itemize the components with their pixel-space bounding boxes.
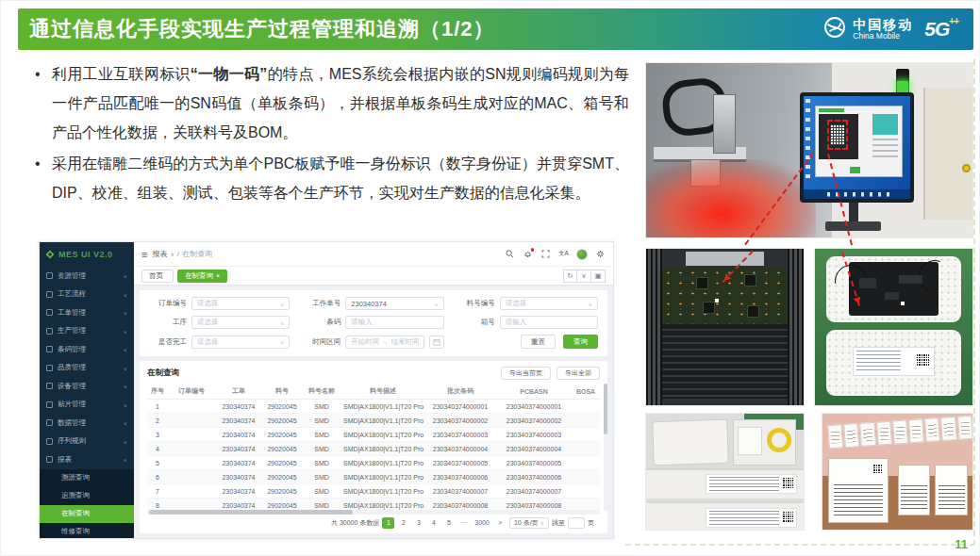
table-row[interactable]: 3230340374 29020045SMDSMD|AX1800|V1.1|T2… xyxy=(147,428,600,442)
table-row[interactable]: 2230340374 29020045SMDSMD|AX1800|V1.1|T2… xyxy=(147,414,600,428)
table-row[interactable]: 5230340374 29020045SMDSMD|AX1800|V1.1|T2… xyxy=(147,456,600,470)
page-button[interactable]: 3 xyxy=(412,517,424,529)
hamburger-icon[interactable]: ≡ xyxy=(141,249,147,260)
box-no-label: 箱号 xyxy=(457,318,495,327)
layout-icon[interactable]: ▣ xyxy=(591,270,606,283)
box-label xyxy=(706,474,797,494)
vertical-scrollbar-thumb[interactable] xyxy=(604,384,607,434)
chevron-down-icon: ∨ xyxy=(589,301,592,306)
jump-suffix: 页 xyxy=(588,518,594,528)
label-sheet xyxy=(898,465,931,515)
search-icon[interactable] xyxy=(505,249,515,259)
sidebar-menu-item[interactable]: 序列规则 ∨ xyxy=(40,433,134,451)
chevron-icon: ∨ xyxy=(124,401,127,407)
menu-item-icon xyxy=(46,438,53,445)
fullscreen-icon[interactable] xyxy=(540,249,551,259)
page-button[interactable]: 1 xyxy=(382,517,394,529)
sidebar-submenu-item[interactable]: 追溯查询 xyxy=(40,487,134,505)
sidebar-menu-item[interactable]: 报表 ∧ xyxy=(40,450,134,469)
reset-button[interactable]: 重置 xyxy=(521,335,556,349)
page-button[interactable]: 3000 xyxy=(473,517,491,529)
mes-logo: MES UI V2.0 xyxy=(40,242,134,267)
sidebar-menu-item[interactable]: 生产管理 ∨ xyxy=(40,322,134,341)
yellow-cable-coil xyxy=(767,428,791,452)
avatar[interactable] xyxy=(576,249,588,260)
chevron-icon: ∨ xyxy=(124,328,127,334)
tab[interactable]: 首页 xyxy=(141,270,174,283)
photo-carton-labels xyxy=(822,413,973,531)
translate-icon[interactable]: 文A xyxy=(558,249,569,259)
tab[interactable]: 在制查询 × xyxy=(177,270,227,283)
column-header: 批次条码 xyxy=(424,384,496,400)
work-order-label: 工作单号 xyxy=(303,299,341,308)
sidebar-menu-item[interactable]: 数据管理 ∨ xyxy=(40,414,134,433)
finished-select[interactable]: 请选择 ∨ xyxy=(191,335,290,349)
table-row[interactable]: 6230340374 29020045SMDSMD|AX1800|V1.1|T2… xyxy=(147,470,600,484)
export-all-button[interactable]: 导出全部 xyxy=(556,367,600,380)
table-card: 在制查询 导出当前页 导出全部 序号订单编号工单料号料号名称料号描述批次条码PC… xyxy=(140,361,607,533)
page-button[interactable]: 2 xyxy=(397,517,409,529)
sidebar-submenu-item[interactable]: 维修查询 xyxy=(40,523,134,539)
brand-area: 中国移动 China Mobile 5G++ xyxy=(822,15,973,43)
gear-icon[interactable] xyxy=(595,249,606,259)
table-row[interactable]: 1230340374 29020045SMDSMD|AX1800|V1.1|T2… xyxy=(147,400,600,414)
china-mobile-zh: 中国移动 xyxy=(853,18,913,32)
page-button[interactable]: ··· xyxy=(457,517,470,529)
query-button[interactable]: 查询 xyxy=(563,335,598,349)
box-label xyxy=(706,508,797,528)
mes-tabbar: 首页 在制查询 × ↻ ∨ ▣ xyxy=(134,266,613,286)
china-mobile-icon xyxy=(822,15,847,43)
column-header: 料号 xyxy=(262,384,302,400)
chevron-down-icon: ∨ xyxy=(170,251,174,257)
jump-page-input[interactable] xyxy=(568,517,585,529)
order-no-select[interactable]: 请选择 ∨ xyxy=(191,297,290,310)
photo-packaging-boxes xyxy=(645,413,805,531)
close-icon[interactable]: × xyxy=(216,270,220,282)
horizontal-scrollbar-thumb[interactable] xyxy=(149,510,353,515)
bell-icon[interactable] xyxy=(523,249,533,259)
chevron-icon: ∨ xyxy=(124,291,127,297)
box-no-input[interactable]: 请输入 xyxy=(500,316,598,329)
sidebar-submenu-item[interactable]: 在制查询 xyxy=(40,505,134,523)
sidebar-menu-item[interactable]: 工艺流程 ∨ xyxy=(40,286,134,304)
sidebar-menu-item[interactable]: 设备管理 ∨ xyxy=(40,377,134,396)
pagination-total: 共 30000 条数据 xyxy=(331,518,379,528)
work-order-select[interactable]: 230340374 ∨ xyxy=(345,297,443,310)
process-select[interactable]: 请选择 ∨ xyxy=(191,316,290,329)
sidebar-menu-item[interactable]: 条码管理 ∨ xyxy=(40,340,134,359)
export-current-page-button[interactable]: 导出当前页 xyxy=(501,367,551,380)
page-button[interactable]: 4 xyxy=(427,517,440,529)
horizontal-scrollbar[interactable] xyxy=(147,510,600,515)
part-no-select[interactable]: 请选择 ∨ xyxy=(500,297,598,310)
sidebar-menu-item[interactable]: 贴片管理 ∨ xyxy=(40,396,134,415)
mes-content: 订单编号 请选择 ∨ 工作单号 230340374 ∨ xyxy=(134,286,613,538)
chevron-icon: ∨ xyxy=(124,347,127,352)
sidebar-submenu-item[interactable]: 溯源查询 xyxy=(40,469,134,487)
barcode-label: 条码 xyxy=(303,318,341,327)
monitor xyxy=(800,92,914,203)
table-row[interactable]: 7230340374 29020045SMDSMD|AX1800|V1.1|T2… xyxy=(147,484,600,499)
bullet-item: •利用工业互联网标识“一物一码”的特点，MES系统会根据内嵌的SN规则编码规则为… xyxy=(29,59,629,147)
bullet-list: •利用工业互联网标识“一物一码”的特点，MES系统会根据内嵌的SN规则编码规则为… xyxy=(29,59,629,209)
next-page-button[interactable]: > xyxy=(494,517,507,529)
refresh-icon[interactable]: ↻ xyxy=(563,270,577,283)
sidebar-menu-item[interactable]: 工单管理 ∨ xyxy=(40,303,134,322)
page-size-select[interactable]: 10 条/页 ∨ xyxy=(509,517,549,529)
chevron-down-icon: ∨ xyxy=(280,319,284,325)
vertical-scrollbar[interactable] xyxy=(604,384,607,511)
table-row[interactable]: 4230340374 29020045SMDSMD|AX1800|V1.1|T2… xyxy=(147,442,600,456)
page-number: 11 xyxy=(955,537,968,551)
china-mobile-en: China Mobile xyxy=(853,32,913,41)
page-title: 通过信息化手段实现生产过程管理和追溯（1/2） xyxy=(18,15,495,43)
calendar-icon[interactable] xyxy=(429,335,444,349)
label-sheet xyxy=(935,465,968,515)
barcode-input[interactable]: 请输入 xyxy=(345,316,443,329)
tabs-collapse-icon[interactable]: ∨ xyxy=(577,270,591,283)
sidebar-menu-item[interactable]: 资源管理 ∨ xyxy=(40,267,134,286)
sidebar-menu-item[interactable]: 品质管理 ∨ xyxy=(40,359,134,378)
time-range-input[interactable]: 开始时间 → 结束时间 xyxy=(345,335,424,349)
filter-card: 订单编号 请选择 ∨ 工作单号 230340374 ∨ xyxy=(140,290,607,356)
page-button[interactable]: 5 xyxy=(442,517,455,529)
mes-logo-icon xyxy=(45,246,55,263)
column-header: BOSA xyxy=(572,384,600,400)
